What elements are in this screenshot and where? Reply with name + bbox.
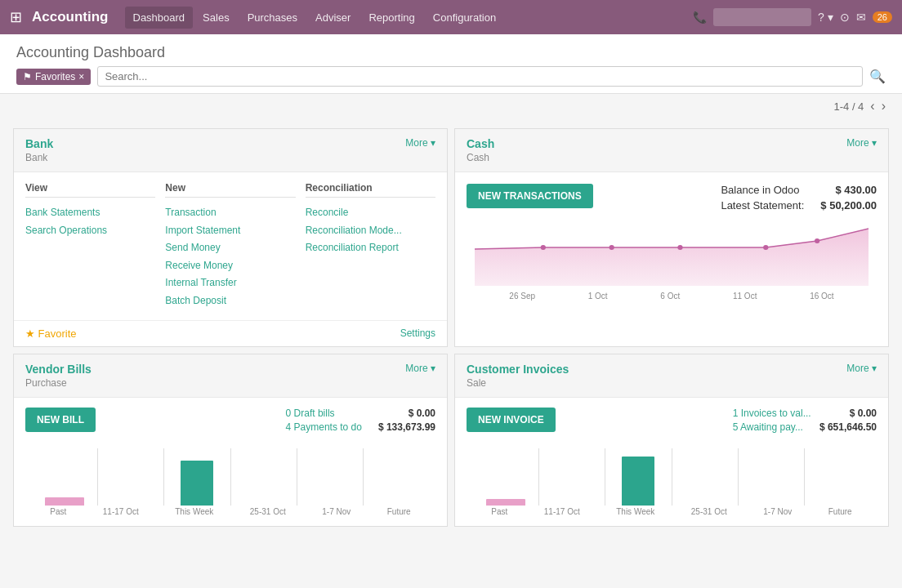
invoices-to-validate-value: $ 0.00: [850, 408, 877, 419]
bank-new-column: New Transaction Import Statement Send Mo…: [165, 182, 295, 310]
cash-chart: 26 Sep 1 Oct 6 Oct 11 Oct 16 Oct: [467, 225, 877, 298]
send-money-link[interactable]: Send Money: [165, 239, 295, 257]
search-icon[interactable]: 🔍: [869, 69, 886, 84]
page-header: Accounting Dashboard ⚑ Favorites × 🔍: [0, 34, 902, 94]
bar-this-week: [164, 448, 230, 506]
receive-money-link[interactable]: Receive Money: [165, 257, 295, 275]
settings-link[interactable]: Settings: [400, 327, 435, 339]
login-icon[interactable]: ⊙: [840, 11, 850, 24]
bar-1-7-nov: [297, 448, 363, 506]
vendor-bills-stats: 0 Draft bills $ 0.00 4 Payments to do $ …: [286, 408, 435, 435]
nav-adviser[interactable]: Adviser: [307, 7, 359, 29]
filter-close-icon[interactable]: ×: [78, 71, 84, 82]
customer-invoices-content: NEW INVOICE 1 Invoices to val... $ 0.00 …: [455, 398, 888, 526]
payments-to-do-row: 4 Payments to do $ 133,673.99: [286, 421, 435, 433]
balance-in-odoo-label: Balance in Odoo: [721, 184, 799, 196]
draft-bills-row: 0 Draft bills $ 0.00: [286, 408, 435, 419]
bank-view-column: View Bank Statements Search Operations: [25, 182, 155, 310]
vendor-bills-more-button[interactable]: More ▾: [405, 363, 435, 374]
ci-label-3: 25-31 Oct: [691, 507, 727, 516]
nav-configuration[interactable]: Configuration: [425, 7, 504, 29]
svg-marker-0: [475, 229, 869, 286]
nav-dashboard[interactable]: Dashboard: [125, 7, 194, 29]
bank-new-header: New: [165, 182, 295, 198]
latest-statement-value: $ 50,200.00: [820, 199, 877, 212]
cash-card-content: NEW TRANSACTIONS Balance in Odoo $ 430.0…: [455, 172, 888, 310]
ci-bar-this-week: [605, 448, 671, 506]
vb-label-0: Past: [50, 507, 66, 516]
nav-purchases[interactable]: Purchases: [239, 7, 306, 29]
bank-view-header: View: [25, 182, 155, 198]
pagination-next-button[interactable]: ›: [882, 99, 886, 114]
awaiting-payment-label[interactable]: 5 Awaiting pay...: [733, 421, 803, 433]
bank-statements-link[interactable]: Bank Statements: [25, 204, 155, 222]
help-icon[interactable]: ? ▾: [818, 11, 833, 24]
new-invoice-button[interactable]: NEW INVOICE: [467, 408, 556, 432]
search-bar-container: ⚑ Favorites × 🔍: [16, 66, 886, 87]
nav-reporting[interactable]: Reporting: [360, 7, 422, 29]
search-input[interactable]: [97, 66, 863, 87]
bank-card: Bank Bank More ▾ View Bank Statements Se…: [13, 128, 448, 347]
customer-invoices-subtitle: Sale: [467, 377, 569, 389]
cash-card: Cash Cash More ▾ NEW TRANSACTIONS Balanc…: [454, 128, 889, 347]
cash-card-subtitle: Cash: [467, 152, 494, 163]
import-statement-link[interactable]: Import Statement: [165, 222, 295, 240]
vendor-bills-title: Vendor Bills: [25, 363, 92, 376]
page-title: Accounting Dashboard: [16, 44, 886, 61]
ci-bar-11-17-oct: [539, 448, 605, 506]
bank-more-button[interactable]: More ▾: [405, 137, 435, 149]
cash-more-button[interactable]: More ▾: [846, 137, 877, 149]
bank-columns: View Bank Statements Search Operations N…: [25, 182, 435, 310]
nav-menu: Dashboard Sales Purchases Adviser Report…: [125, 7, 690, 29]
phone-icon[interactable]: 📞: [693, 11, 707, 24]
ci-bar-past: [473, 448, 538, 506]
bar-25-31-oct: [231, 448, 297, 506]
ci-label-2: This Week: [616, 507, 654, 516]
vb-label-3: 25-31 Oct: [250, 507, 286, 516]
filter-favorites-tag[interactable]: ⚑ Favorites ×: [16, 69, 91, 85]
filter-label: Favorites: [35, 71, 75, 82]
nav-search-input[interactable]: [713, 8, 811, 26]
reconciliation-mode-link[interactable]: Reconciliation Mode...: [306, 222, 435, 240]
new-transactions-button[interactable]: NEW TRANSACTIONS: [467, 184, 593, 208]
customer-invoices-title: Customer Invoices: [467, 363, 569, 376]
customer-invoices-stats: 1 Invoices to val... $ 0.00 5 Awaiting p…: [733, 408, 877, 435]
favorite-button[interactable]: ★ Favorite: [25, 327, 77, 340]
ci-label-5: Future: [828, 507, 852, 516]
batch-deposit-link[interactable]: Batch Deposit: [165, 292, 295, 310]
invoices-to-validate-label[interactable]: 1 Invoices to val...: [733, 408, 811, 419]
new-bill-button[interactable]: NEW BILL: [25, 408, 96, 432]
bank-card-title: Bank: [25, 137, 53, 150]
invoices-to-validate-row: 1 Invoices to val... $ 0.00: [733, 408, 877, 419]
bank-card-header: Bank Bank More ▾: [14, 129, 447, 172]
draft-bills-value: $ 0.00: [409, 408, 435, 419]
internal-transfer-link[interactable]: Internal Transfer: [165, 274, 295, 292]
grid-icon[interactable]: ⊞: [10, 8, 22, 26]
svg-point-5: [815, 238, 819, 243]
payments-to-do-label[interactable]: 4 Payments to do: [286, 421, 362, 433]
transaction-link[interactable]: Transaction: [165, 204, 295, 222]
cash-chart-label-1: 1 Oct: [588, 292, 608, 301]
bar-past: [32, 448, 97, 506]
pagination-prev-button[interactable]: ‹: [870, 99, 874, 114]
mail-icon[interactable]: ✉: [856, 11, 866, 24]
balance-in-odoo-row: Balance in Odoo $ 430.00: [721, 184, 877, 196]
bank-reconciliation-header: Reconciliation: [306, 182, 435, 198]
customer-invoices-chart-labels: Past 11-17 Oct This Week 25-31 Oct 1-7 N…: [467, 506, 877, 516]
customer-invoices-more-button[interactable]: More ▾: [846, 363, 877, 374]
customer-invoices-header: Customer Invoices Sale More ▾: [455, 354, 888, 398]
draft-bills-label[interactable]: 0 Draft bills: [286, 408, 335, 419]
ci-label-4: 1-7 Nov: [763, 507, 792, 516]
vendor-bills-card: Vendor Bills Purchase More ▾ NEW BILL 0 …: [13, 354, 448, 527]
reconciliation-report-link[interactable]: Reconciliation Report: [306, 239, 435, 257]
search-operations-link[interactable]: Search Operations: [25, 222, 155, 240]
ci-bar-1-7-nov: [739, 448, 804, 506]
nav-sales[interactable]: Sales: [194, 7, 238, 29]
customer-invoices-chart: [467, 448, 877, 506]
reconcile-link[interactable]: Reconcile: [306, 204, 435, 222]
ci-bar-future: [805, 448, 870, 506]
chat-icon[interactable]: 26: [873, 11, 892, 23]
cash-top-row: NEW TRANSACTIONS Balance in Odoo $ 430.0…: [467, 184, 877, 215]
vendor-bills-content: NEW BILL 0 Draft bills $ 0.00 4 Payments…: [14, 398, 447, 526]
top-navigation: ⊞ Accounting Dashboard Sales Purchases A…: [0, 0, 902, 34]
